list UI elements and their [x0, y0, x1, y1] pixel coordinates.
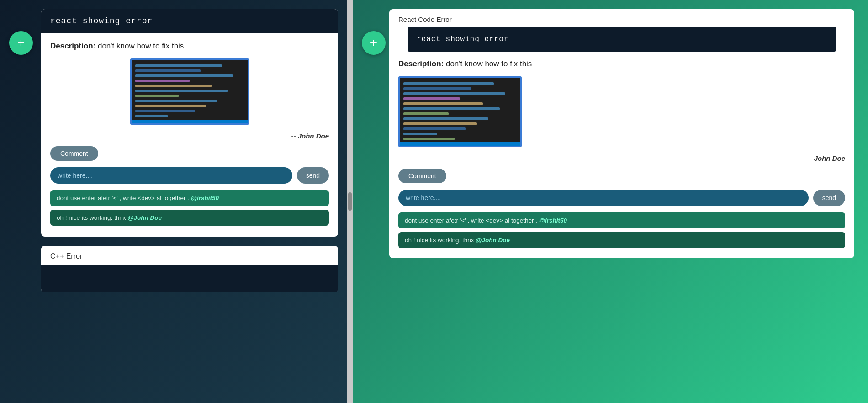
right-comment-1-mention: @irshit50: [539, 217, 567, 224]
right-code-screenshot: [398, 76, 522, 147]
left-card-1-body: Description: don't know how to fix this: [41, 33, 338, 237]
left-card-1-description: Description: don't know how to fix this: [50, 40, 329, 52]
left-code-screenshot: [130, 58, 249, 125]
left-panel: + react showing error Description: don't…: [0, 0, 347, 403]
left-comment-1-text: dont use enter afetr '<' , write <dev> a…: [57, 195, 191, 202]
right-comment-button[interactable]: Comment: [398, 169, 446, 183]
right-plus-button[interactable]: +: [362, 31, 386, 55]
right-comment-input[interactable]: [398, 190, 809, 206]
left-comment-2-text: oh ! nice its working. thnx: [57, 214, 127, 221]
right-comment-row: send: [398, 190, 845, 206]
right-card-1-author: -- John Doe: [398, 154, 845, 162]
left-card-1: react showing error Description: don't k…: [41, 9, 338, 237]
right-comment-1-text: dont use enter afetr '<' , write <dev> a…: [405, 217, 539, 224]
left-card-2-body: [41, 265, 338, 292]
right-card-1-title: React Code Error: [389, 9, 854, 27]
left-comment-2-mention: @John Doe: [127, 214, 162, 221]
right-send-button[interactable]: send: [813, 190, 845, 206]
right-panel: + React Code Error react showing error D…: [353, 0, 868, 403]
left-card-1-author: -- John Doe: [50, 132, 329, 140]
left-comment-input[interactable]: [50, 167, 292, 184]
left-comment-2: oh ! nice its working. thnx @John Doe: [50, 210, 329, 226]
right-card-1-body: Description: don't know how to fix this: [389, 52, 854, 258]
left-comment-row: send: [50, 167, 329, 184]
right-comment-2: oh ! nice its working. thnx @John Doe: [398, 232, 845, 248]
scrollbar-thumb[interactable]: [348, 192, 352, 211]
left-desc-text-val: don't know how to fix this: [98, 42, 184, 50]
right-card-1-header: react showing error: [408, 27, 836, 52]
right-comment-2-text: oh ! nice its working. thnx: [405, 237, 476, 244]
left-plus-button[interactable]: +: [9, 31, 33, 55]
right-comment-2-mention: @John Doe: [476, 237, 510, 244]
right-card-1: React Code Error react showing error Des…: [389, 9, 854, 258]
left-comment-1: dont use enter afetr '<' , write <dev> a…: [50, 190, 329, 206]
left-desc-label: Description:: [50, 42, 95, 50]
left-send-button[interactable]: send: [297, 167, 329, 184]
left-comment-button[interactable]: Comment: [50, 146, 98, 161]
left-card-2-title: C++ Error: [41, 246, 338, 265]
left-card-1-header: react showing error: [41, 9, 338, 33]
left-card-2: C++ Error: [41, 246, 338, 292]
right-comment-1: dont use enter afetr '<' , write <dev> a…: [398, 212, 845, 228]
right-desc-text-val: don't know how to fix this: [446, 59, 532, 68]
right-desc-label: Description:: [398, 59, 444, 68]
scrollbar[interactable]: [347, 0, 353, 403]
right-card-1-description: Description: don't know how to fix this: [398, 58, 845, 70]
left-comment-1-mention: @irshit50: [191, 195, 219, 202]
